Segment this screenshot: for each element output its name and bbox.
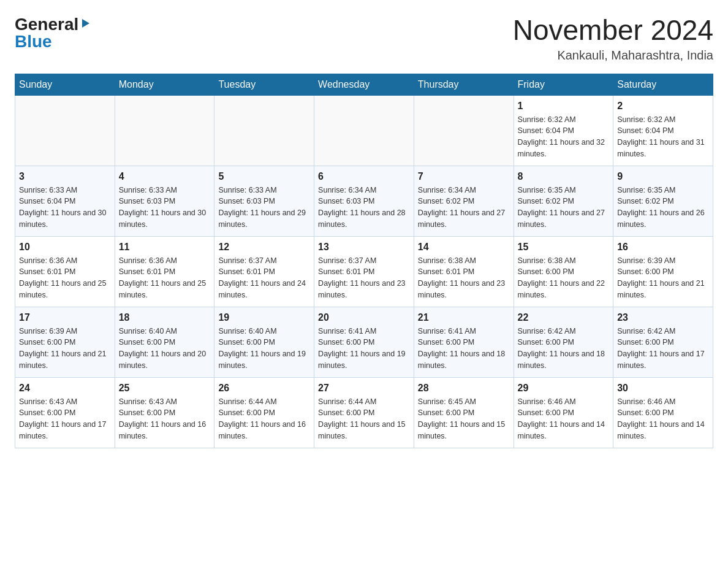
day-info: Sunrise: 6:36 AM Sunset: 6:01 PM Dayligh… xyxy=(19,255,111,301)
calendar-cell: 2Sunrise: 6:32 AM Sunset: 6:04 PM Daylig… xyxy=(613,95,713,166)
day-info: Sunrise: 6:35 AM Sunset: 6:02 PM Dayligh… xyxy=(518,185,610,231)
calendar-cell: 14Sunrise: 6:38 AM Sunset: 6:01 PM Dayli… xyxy=(414,236,514,307)
logo: General Blue xyxy=(15,15,91,52)
header-sunday: Sunday xyxy=(15,74,115,95)
week-row-1: 1Sunrise: 6:32 AM Sunset: 6:04 PM Daylig… xyxy=(15,95,713,166)
calendar-cell: 30Sunrise: 6:46 AM Sunset: 6:00 PM Dayli… xyxy=(613,377,713,448)
day-info: Sunrise: 6:40 AM Sunset: 6:00 PM Dayligh… xyxy=(218,326,310,372)
day-info: Sunrise: 6:44 AM Sunset: 6:00 PM Dayligh… xyxy=(318,396,410,442)
logo-blue-text: Blue xyxy=(15,32,52,52)
day-number: 4 xyxy=(119,171,211,182)
day-number: 20 xyxy=(318,312,410,323)
day-number: 10 xyxy=(19,242,111,253)
day-number: 13 xyxy=(318,242,410,253)
calendar-cell: 11Sunrise: 6:36 AM Sunset: 6:01 PM Dayli… xyxy=(115,236,214,307)
calendar-cell: 17Sunrise: 6:39 AM Sunset: 6:00 PM Dayli… xyxy=(15,307,115,377)
calendar-cell: 27Sunrise: 6:44 AM Sunset: 6:00 PM Dayli… xyxy=(314,377,414,448)
calendar-cell: 9Sunrise: 6:35 AM Sunset: 6:02 PM Daylig… xyxy=(613,166,713,236)
day-number: 7 xyxy=(418,171,510,182)
day-number: 30 xyxy=(617,383,709,394)
day-number: 28 xyxy=(418,383,510,394)
day-number: 23 xyxy=(617,312,709,323)
header-tuesday: Tuesday xyxy=(214,74,314,95)
day-info: Sunrise: 6:39 AM Sunset: 6:00 PM Dayligh… xyxy=(19,326,111,372)
day-info: Sunrise: 6:33 AM Sunset: 6:03 PM Dayligh… xyxy=(218,185,310,231)
day-info: Sunrise: 6:38 AM Sunset: 6:00 PM Dayligh… xyxy=(518,255,610,301)
calendar-cell: 21Sunrise: 6:41 AM Sunset: 6:00 PM Dayli… xyxy=(414,307,514,377)
calendar-cell: 24Sunrise: 6:43 AM Sunset: 6:00 PM Dayli… xyxy=(15,377,115,448)
calendar-cell xyxy=(15,95,115,166)
day-info: Sunrise: 6:43 AM Sunset: 6:00 PM Dayligh… xyxy=(119,396,211,442)
logo-triangle-icon xyxy=(80,18,91,31)
calendar-cell: 20Sunrise: 6:41 AM Sunset: 6:00 PM Dayli… xyxy=(314,307,414,377)
week-row-3: 10Sunrise: 6:36 AM Sunset: 6:01 PM Dayli… xyxy=(15,236,713,307)
calendar-cell xyxy=(214,95,314,166)
calendar-cell: 26Sunrise: 6:44 AM Sunset: 6:00 PM Dayli… xyxy=(214,377,314,448)
day-info: Sunrise: 6:40 AM Sunset: 6:00 PM Dayligh… xyxy=(119,326,211,372)
day-number: 21 xyxy=(418,312,510,323)
day-number: 12 xyxy=(218,242,310,253)
day-number: 26 xyxy=(218,383,310,394)
calendar-cell: 12Sunrise: 6:37 AM Sunset: 6:01 PM Dayli… xyxy=(214,236,314,307)
day-number: 15 xyxy=(518,242,610,253)
day-number: 14 xyxy=(418,242,510,253)
calendar-cell: 6Sunrise: 6:34 AM Sunset: 6:03 PM Daylig… xyxy=(314,166,414,236)
week-row-5: 24Sunrise: 6:43 AM Sunset: 6:00 PM Dayli… xyxy=(15,377,713,448)
calendar-cell: 22Sunrise: 6:42 AM Sunset: 6:00 PM Dayli… xyxy=(514,307,613,377)
calendar-cell: 23Sunrise: 6:42 AM Sunset: 6:00 PM Dayli… xyxy=(613,307,713,377)
day-info: Sunrise: 6:45 AM Sunset: 6:00 PM Dayligh… xyxy=(418,396,510,442)
header-monday: Monday xyxy=(115,74,214,95)
location-title: Kankauli, Maharashtra, India xyxy=(513,48,713,63)
day-number: 2 xyxy=(617,101,709,112)
day-info: Sunrise: 6:42 AM Sunset: 6:00 PM Dayligh… xyxy=(617,326,709,372)
calendar-cell: 18Sunrise: 6:40 AM Sunset: 6:00 PM Dayli… xyxy=(115,307,214,377)
day-info: Sunrise: 6:34 AM Sunset: 6:03 PM Dayligh… xyxy=(318,185,410,231)
day-number: 18 xyxy=(119,312,211,323)
day-info: Sunrise: 6:32 AM Sunset: 6:04 PM Dayligh… xyxy=(518,114,610,160)
day-number: 17 xyxy=(19,312,111,323)
day-number: 6 xyxy=(318,171,410,182)
day-number: 1 xyxy=(518,101,610,112)
calendar-cell: 7Sunrise: 6:34 AM Sunset: 6:02 PM Daylig… xyxy=(414,166,514,236)
day-info: Sunrise: 6:42 AM Sunset: 6:00 PM Dayligh… xyxy=(518,326,610,372)
day-info: Sunrise: 6:44 AM Sunset: 6:00 PM Dayligh… xyxy=(218,396,310,442)
day-info: Sunrise: 6:33 AM Sunset: 6:03 PM Dayligh… xyxy=(119,185,211,231)
day-number: 9 xyxy=(617,171,709,182)
day-info: Sunrise: 6:38 AM Sunset: 6:01 PM Dayligh… xyxy=(418,255,510,301)
header-thursday: Thursday xyxy=(414,74,514,95)
day-number: 16 xyxy=(617,242,709,253)
day-info: Sunrise: 6:33 AM Sunset: 6:04 PM Dayligh… xyxy=(19,185,111,231)
svg-marker-0 xyxy=(82,19,89,28)
day-info: Sunrise: 6:43 AM Sunset: 6:00 PM Dayligh… xyxy=(19,396,111,442)
calendar-cell: 4Sunrise: 6:33 AM Sunset: 6:03 PM Daylig… xyxy=(115,166,214,236)
calendar-cell: 1Sunrise: 6:32 AM Sunset: 6:04 PM Daylig… xyxy=(514,95,613,166)
calendar-cell xyxy=(414,95,514,166)
day-number: 11 xyxy=(119,242,211,253)
week-row-4: 17Sunrise: 6:39 AM Sunset: 6:00 PM Dayli… xyxy=(15,307,713,377)
month-year-title: November 2024 xyxy=(513,15,713,46)
calendar-cell: 29Sunrise: 6:46 AM Sunset: 6:00 PM Dayli… xyxy=(514,377,613,448)
day-number: 19 xyxy=(218,312,310,323)
day-info: Sunrise: 6:46 AM Sunset: 6:00 PM Dayligh… xyxy=(518,396,610,442)
calendar-cell: 25Sunrise: 6:43 AM Sunset: 6:00 PM Dayli… xyxy=(115,377,214,448)
day-number: 8 xyxy=(518,171,610,182)
title-block: November 2024 Kankauli, Maharashtra, Ind… xyxy=(513,15,713,63)
calendar-cell: 15Sunrise: 6:38 AM Sunset: 6:00 PM Dayli… xyxy=(514,236,613,307)
day-info: Sunrise: 6:41 AM Sunset: 6:00 PM Dayligh… xyxy=(418,326,510,372)
calendar-cell: 28Sunrise: 6:45 AM Sunset: 6:00 PM Dayli… xyxy=(414,377,514,448)
day-info: Sunrise: 6:39 AM Sunset: 6:00 PM Dayligh… xyxy=(617,255,709,301)
day-info: Sunrise: 6:36 AM Sunset: 6:01 PM Dayligh… xyxy=(119,255,211,301)
calendar-cell: 19Sunrise: 6:40 AM Sunset: 6:00 PM Dayli… xyxy=(214,307,314,377)
page-header: General Blue November 2024 Kankauli, Mah… xyxy=(15,15,713,63)
header-friday: Friday xyxy=(514,74,613,95)
calendar-cell: 5Sunrise: 6:33 AM Sunset: 6:03 PM Daylig… xyxy=(214,166,314,236)
calendar-cell: 8Sunrise: 6:35 AM Sunset: 6:02 PM Daylig… xyxy=(514,166,613,236)
calendar-cell xyxy=(314,95,414,166)
day-number: 29 xyxy=(518,383,610,394)
calendar-cell: 10Sunrise: 6:36 AM Sunset: 6:01 PM Dayli… xyxy=(15,236,115,307)
day-info: Sunrise: 6:41 AM Sunset: 6:00 PM Dayligh… xyxy=(318,326,410,372)
day-info: Sunrise: 6:46 AM Sunset: 6:00 PM Dayligh… xyxy=(617,396,709,442)
day-number: 5 xyxy=(218,171,310,182)
calendar-cell: 16Sunrise: 6:39 AM Sunset: 6:00 PM Dayli… xyxy=(613,236,713,307)
calendar-cell: 3Sunrise: 6:33 AM Sunset: 6:04 PM Daylig… xyxy=(15,166,115,236)
